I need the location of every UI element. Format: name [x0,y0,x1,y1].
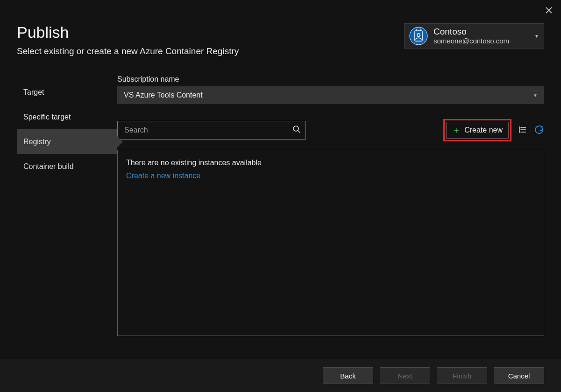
close-icon[interactable] [545,7,553,15]
create-new-button[interactable]: ＋ Create new [446,122,509,139]
chevron-down-icon: ▼ [533,93,538,98]
finish-button: Finish [437,367,487,384]
svg-point-6 [520,132,521,133]
next-button: Next [380,367,430,384]
search-input[interactable] [124,126,292,134]
dialog-footer: Back Next Finish Cancel [0,359,561,392]
sidebar-item-container-build[interactable]: Container build [17,154,117,179]
back-button[interactable]: Back [323,367,373,384]
svg-point-5 [520,129,521,130]
create-new-highlight: ＋ Create new [443,119,511,141]
sidebar-item-specific-target[interactable]: Specific target [17,105,117,129]
sidebar-item-label: Specific target [23,113,71,121]
svg-point-3 [293,126,298,131]
tree-view-icon[interactable] [518,125,527,136]
sidebar-item-label: Target [23,88,44,97]
empty-state-text: There are no existing instances availabl… [126,159,535,167]
svg-point-4 [520,127,521,128]
page-subtitle: Select existing or create a new Azure Co… [17,46,239,56]
create-instance-link[interactable]: Create a new instance [126,172,535,180]
wizard-steps-sidebar: Target Specific target Registry Containe… [17,75,117,336]
account-email: someone@contoso.com [433,37,509,45]
svg-point-0 [410,27,427,45]
account-name: Contoso [433,27,509,37]
sidebar-item-label: Registry [23,138,51,146]
refresh-icon[interactable] [534,125,544,136]
search-icon [292,125,301,135]
subscription-select[interactable]: VS Azure Tools Content ▼ [117,86,544,104]
sidebar-item-target[interactable]: Target [17,80,117,105]
page-title: Publish [17,23,239,42]
chevron-down-icon: ▼ [530,34,539,39]
instances-list: There are no existing instances availabl… [117,150,544,336]
sidebar-item-label: Container build [23,162,74,171]
plus-icon: ＋ [452,126,461,134]
account-avatar-icon [409,27,428,45]
cancel-button[interactable]: Cancel [494,367,544,384]
sidebar-item-registry[interactable]: Registry [17,129,117,154]
account-selector[interactable]: Contoso someone@contoso.com ▼ [404,23,544,49]
create-new-label: Create new [464,126,503,134]
search-input-wrapper[interactable] [117,121,306,140]
subscription-value: VS Azure Tools Content [124,91,203,99]
subscription-label: Subscription name [117,75,544,84]
